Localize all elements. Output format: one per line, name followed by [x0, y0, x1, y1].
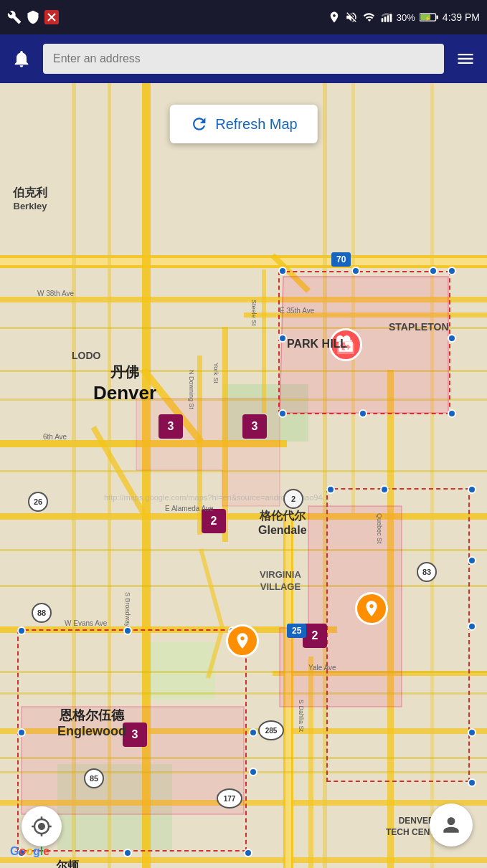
status-bar: 30% ⚡ 4:39 PM: [0, 0, 487, 34]
selection-handle[interactable]: [468, 622, 476, 631]
street-label-35th: E 35th Ave: [280, 307, 314, 315]
highway-badge-26: 26: [28, 492, 48, 512]
label-denver: 丹佛 Denver: [93, 363, 156, 404]
selection-handle[interactable]: [278, 409, 287, 418]
svg-text:⚡: ⚡: [425, 15, 431, 22]
highway-badge-i70: 70: [331, 252, 351, 267]
street-label-broadway: S Broadway: [124, 592, 131, 627]
highway-badge-83: 83: [417, 562, 437, 582]
address-search-input[interactable]: [43, 44, 444, 74]
street-label-steele: Steele St: [250, 300, 257, 326]
selection-handle[interactable]: [468, 556, 476, 565]
svg-rect-2: [384, 16, 386, 22]
highway-badge-285: 285: [258, 720, 284, 740]
selection-handle[interactable]: [249, 728, 257, 737]
highway-badge-177: 177: [217, 788, 242, 809]
menu-button[interactable]: [453, 46, 478, 72]
selection-handle[interactable]: [326, 485, 335, 494]
selection-handle[interactable]: [278, 267, 287, 275]
selection-handle[interactable]: [448, 267, 456, 275]
svg-rect-1: [381, 18, 383, 22]
littleton-cn-label: 尔顿: [56, 859, 79, 868]
location-button[interactable]: [22, 806, 62, 846]
svg-rect-4: [389, 14, 392, 22]
label-stapleton: STAPLETON: [389, 321, 449, 333]
selection-handle[interactable]: [429, 267, 438, 275]
label-lodo: LODO: [72, 350, 100, 361]
denver-en-label: Denver: [93, 382, 156, 404]
glendale-cn-label: 格伦代尔: [258, 509, 307, 524]
selection-handle[interactable]: [17, 626, 26, 635]
pin-marker[interactable]: [355, 592, 388, 625]
street-label-dahlia: S Dahlia St: [298, 700, 305, 732]
crosshair-icon: [31, 816, 52, 837]
label-virginia-village: VIRGINIAVILLAGE: [260, 569, 301, 593]
selection-handle[interactable]: [17, 728, 26, 737]
highway-badge-i25: 25: [287, 624, 306, 638]
denver-cn-label: 丹佛: [93, 363, 156, 382]
englewood-cn-label: 恩格尔伍德: [57, 707, 126, 724]
berkley-cn-label: 伯克利: [13, 186, 47, 201]
street-label-quebec: Quebec St: [376, 513, 383, 544]
wrench-icon: [7, 10, 22, 24]
profile-button[interactable]: [430, 803, 473, 846]
label-berkley: 伯克利 Berkley: [13, 186, 47, 211]
header: [0, 34, 487, 83]
selection-handle[interactable]: [448, 409, 456, 418]
street-label-6th: 6th Ave: [43, 433, 67, 441]
wifi-icon: [362, 11, 377, 24]
selection-handle[interactable]: [249, 768, 257, 776]
street-label-york: York St: [212, 363, 219, 383]
selection-handle[interactable]: [380, 485, 389, 494]
profile-icon: [440, 814, 463, 836]
map-container[interactable]: http://maps.google.com/maps?hl=en&source…: [0, 83, 487, 868]
highway-badge-88: 88: [32, 603, 52, 623]
berkley-en-label: Berkley: [13, 201, 47, 211]
selection-handle[interactable]: [448, 334, 456, 343]
cluster-badge-1[interactable]: 3: [159, 414, 183, 439]
selection-handle[interactable]: [244, 849, 252, 857]
refresh-map-label: Refresh Map: [215, 116, 298, 133]
selection-handle[interactable]: [351, 267, 360, 275]
bell-button[interactable]: [9, 46, 34, 72]
selection-handle[interactable]: [278, 334, 287, 343]
selection-handle[interactable]: [359, 409, 367, 418]
status-left-icons: [7, 10, 59, 24]
close-icon: [44, 10, 59, 24]
highway-badge-85: 85: [84, 768, 104, 788]
cluster-badge-2[interactable]: 3: [242, 414, 267, 439]
street-label-38th: W 38th Ave: [37, 290, 74, 297]
google-logo: Google: [10, 845, 49, 857]
battery-icon: ⚡: [420, 12, 438, 22]
svg-rect-29: [262, 270, 266, 413]
label-englewood: 恩格尔伍德 Englewood: [57, 707, 126, 739]
selection-handle[interactable]: [123, 849, 132, 857]
status-right-icons: 30% ⚡ 4:39 PM: [328, 11, 480, 24]
selection-handle[interactable]: [468, 728, 476, 737]
pin-marker-2[interactable]: [226, 624, 259, 657]
refresh-map-button[interactable]: Refresh Map: [169, 105, 318, 143]
refresh-icon: [189, 115, 208, 133]
street-label-alameda: E Alameda Ave: [165, 505, 214, 512]
gps-icon: [328, 11, 341, 24]
label-glendale: 格伦代尔 Glendale: [258, 509, 307, 537]
englewood-en-label: Englewood: [57, 724, 126, 739]
selection-rect-right[interactable]: [326, 488, 470, 782]
svg-rect-3: [387, 15, 389, 22]
selection-handle[interactable]: [468, 778, 476, 787]
signal-icon: [381, 11, 392, 24]
cluster-badge-4[interactable]: 2: [303, 624, 327, 648]
cluster-badge-5[interactable]: 3: [123, 722, 147, 747]
street-label-evans: W Evans Ave: [65, 619, 107, 627]
label-littleton: 尔顿 ton: [56, 859, 79, 868]
shield-icon: [26, 10, 40, 24]
mute-icon: [345, 11, 358, 24]
label-park-hill: PARK HILL: [287, 338, 347, 350]
street-label-downing: N Downing St: [188, 370, 195, 409]
glendale-en-label: Glendale: [258, 524, 307, 537]
cluster-badge-3[interactable]: 2: [202, 509, 226, 533]
google-watermark: Google: [10, 845, 49, 858]
selection-handle[interactable]: [123, 626, 132, 635]
selection-handle[interactable]: [468, 485, 476, 494]
svg-rect-6: [436, 15, 438, 19]
